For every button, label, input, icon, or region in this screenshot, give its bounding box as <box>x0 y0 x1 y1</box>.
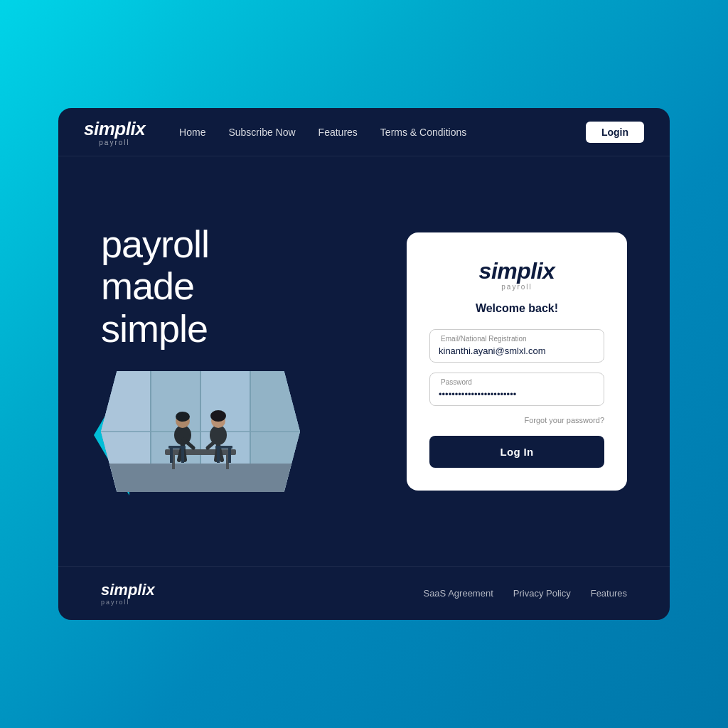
hero-line3: simple <box>101 308 378 350</box>
nav-logo-sub: payroll <box>84 139 145 146</box>
password-input-group: Password <box>429 373 604 406</box>
hero-image <box>101 371 300 499</box>
nav-logo-text: simplix <box>84 118 145 140</box>
main-container: simplix payroll Home Subscribe Now Featu… <box>58 108 670 620</box>
footer-logo-area: simplix payroll <box>101 581 423 606</box>
hero-line2: made <box>101 265 378 307</box>
footer-link-features[interactable]: Features <box>591 588 627 599</box>
nav-login-button[interactable]: Login <box>586 122 644 143</box>
office-scene-svg <box>101 371 300 492</box>
hero-text: payroll made simple <box>101 223 378 350</box>
footer-logo-text: simplix <box>101 581 423 599</box>
footer-logo-sub: payroll <box>101 599 423 606</box>
hero-line1: payroll <box>101 223 378 265</box>
password-label: Password <box>438 378 475 386</box>
hex-shape <box>101 371 300 492</box>
content-area: payroll made simple <box>58 156 670 566</box>
login-submit-button[interactable]: Log In <box>429 436 604 468</box>
nav-logo: simplix payroll <box>84 118 145 146</box>
svg-rect-31 <box>101 371 300 492</box>
hex-inner <box>101 371 300 492</box>
footer-link-privacy[interactable]: Privacy Policy <box>513 588 571 599</box>
footer: simplix payroll SaaS Agreement Privacy P… <box>58 566 670 620</box>
forgot-password-link[interactable]: Forgot your password? <box>525 416 605 424</box>
footer-links: SaaS Agreement Privacy Policy Features <box>423 588 627 599</box>
footer-link-saas[interactable]: SaaS Agreement <box>423 588 493 599</box>
card-logo-sub: payroll <box>501 283 532 291</box>
welcome-text: Welcome back! <box>476 302 558 315</box>
email-label: Email/National Registration <box>438 335 530 343</box>
nav-link-subscribe[interactable]: Subscribe Now <box>228 127 295 138</box>
nav-link-terms[interactable]: Terms & Conditions <box>380 127 466 138</box>
nav-links: Home Subscribe Now Features Terms & Cond… <box>179 127 586 138</box>
card-logo-text: simplix <box>479 258 555 284</box>
login-card: simplix payroll Welcome back! Email/Nati… <box>407 232 627 491</box>
left-side: payroll made simple <box>101 223 378 499</box>
email-input-group: Email/National Registration <box>429 329 604 363</box>
nav-link-home[interactable]: Home <box>179 127 205 138</box>
nav-link-features[interactable]: Features <box>318 127 358 138</box>
navbar: simplix payroll Home Subscribe Now Featu… <box>58 108 670 156</box>
